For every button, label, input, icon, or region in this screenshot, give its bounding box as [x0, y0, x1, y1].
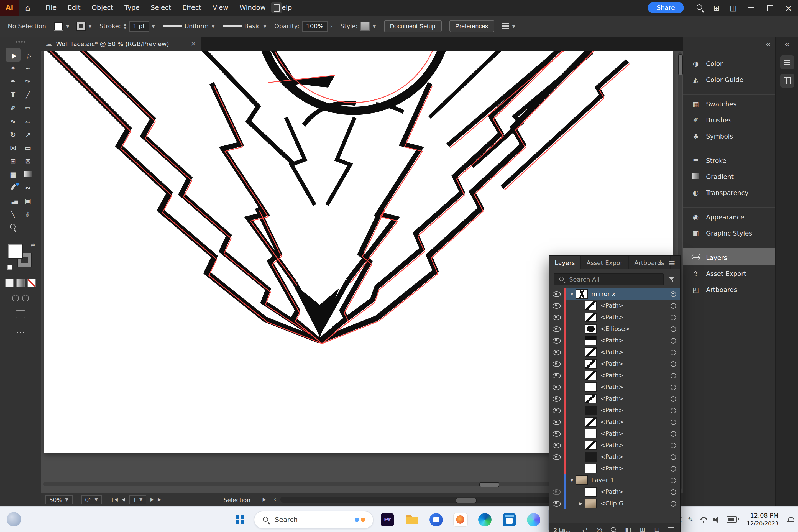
screen-mode-button[interactable]	[16, 310, 25, 318]
layer-row[interactable]: <Clip G...	[549, 498, 680, 509]
layer-name[interactable]: <Path>	[600, 442, 667, 449]
layer-name[interactable]: <Path>	[600, 314, 667, 321]
maximize-button[interactable]	[760, 0, 779, 16]
panel-menu-icon[interactable]: ≡	[668, 258, 676, 268]
last-artboard-icon[interactable]: ▶❘	[158, 497, 165, 502]
tab-layers[interactable]: Layers	[549, 256, 581, 269]
pencil-tool[interactable]	[20, 101, 36, 115]
taskbar-search-input[interactable]: Search	[254, 511, 374, 528]
layer-target-icon[interactable]	[667, 466, 680, 471]
layer-target-icon[interactable]	[667, 396, 680, 401]
collect-for-export-icon[interactable]	[581, 526, 589, 532]
layer-row[interactable]: <Path>	[549, 463, 680, 474]
menu-object[interactable]: Object	[86, 0, 119, 16]
fill-swatch-dropdown[interactable]: ▼	[54, 21, 69, 31]
layer-row[interactable]: <Path>	[549, 358, 680, 369]
document-scrollbar-thumb[interactable]	[456, 497, 477, 503]
rotation-dropdown[interactable]: 0°▼	[81, 495, 102, 504]
tab-asset-export[interactable]: Asset Expor	[581, 256, 629, 269]
microsoft-store-icon[interactable]	[499, 509, 520, 531]
next-artboard-icon[interactable]: ▶	[150, 497, 154, 502]
dock-color[interactable]: Color	[683, 55, 775, 72]
new-layer-icon[interactable]	[653, 526, 661, 532]
opacity-options-chevron[interactable]: ›	[330, 22, 332, 30]
dock-swatches[interactable]: Swatches	[683, 94, 775, 112]
battery-icon[interactable]	[727, 516, 737, 522]
perspective-grid-tool[interactable]	[20, 155, 36, 168]
draw-normal-icon[interactable]	[12, 295, 19, 302]
layer-name[interactable]: <Path>	[600, 383, 667, 391]
curvature-tool[interactable]	[20, 75, 36, 88]
search-icon[interactable]	[691, 0, 708, 16]
visibility-toggle[interactable]	[549, 416, 564, 428]
lasso-tool[interactable]	[20, 61, 36, 75]
visibility-toggle[interactable]	[549, 358, 564, 369]
brush-definition-dropdown[interactable]: Basic ▼	[223, 22, 267, 30]
opacity-field[interactable]: 100%	[302, 21, 327, 31]
document-tab[interactable]: ☁ Wolf face.aic* @ 50 % (RGB/Preview) ×	[41, 37, 201, 51]
notification-bell-icon[interactable]	[787, 516, 794, 523]
visibility-toggle[interactable]	[549, 369, 564, 381]
layer-row[interactable]: <Path>	[549, 393, 680, 404]
layer-row[interactable]: <Path>	[549, 486, 680, 498]
layer-name[interactable]: <Path>	[600, 348, 667, 356]
layer-row[interactable]: <Path>	[549, 428, 680, 439]
previous-artboard-icon[interactable]: ◀	[122, 497, 125, 502]
libraries-panel-icon[interactable]	[780, 74, 794, 88]
scale-tool[interactable]	[20, 128, 36, 141]
layer-row[interactable]: <Path>	[549, 311, 680, 323]
layer-name[interactable]: <Path>	[600, 302, 667, 309]
blend-tool[interactable]	[20, 181, 36, 194]
fill-stroke-control[interactable]: ⇄	[7, 243, 34, 269]
filter-icon[interactable]	[668, 276, 676, 282]
locate-object-icon[interactable]	[595, 526, 604, 532]
make-clip-mask-icon[interactable]	[624, 526, 632, 532]
properties-panel-icon[interactable]	[780, 55, 794, 69]
tab-close-icon[interactable]: ×	[191, 40, 196, 48]
premiere-app-icon[interactable]	[377, 509, 398, 531]
variable-width-dropdown[interactable]: Uniform ▼	[163, 22, 215, 30]
pen-tool[interactable]	[5, 75, 20, 88]
visibility-toggle[interactable]	[549, 381, 564, 393]
none-mode-button[interactable]	[27, 279, 36, 287]
mesh-tool[interactable]	[5, 168, 20, 181]
dock-stroke[interactable]: Stroke	[683, 151, 775, 169]
collapse-dock-icon[interactable]: «	[765, 39, 771, 49]
teams-chat-icon[interactable]	[425, 509, 446, 531]
layer-target-icon[interactable]	[667, 419, 680, 425]
edit-toolbar-ellipsis[interactable]: ⋯	[0, 327, 41, 338]
visibility-toggle[interactable]	[549, 451, 564, 463]
magic-wand-tool[interactable]	[5, 61, 20, 75]
shaper-tool[interactable]	[5, 115, 20, 128]
type-tool[interactable]	[5, 88, 20, 101]
artboard-number-field[interactable]: 1▼	[129, 495, 147, 504]
home-icon[interactable]: ⌂	[19, 0, 37, 16]
snap-options-dropdown[interactable]: ▼	[502, 23, 515, 29]
dock-layers[interactable]: Layers	[683, 248, 775, 265]
draw-behind-icon[interactable]	[22, 295, 29, 302]
layer-target-icon[interactable]	[667, 361, 680, 366]
vertical-scrollbar-thumb[interactable]	[678, 54, 683, 75]
swap-fill-stroke-icon[interactable]: ⇄	[31, 242, 35, 248]
volume-icon[interactable]	[714, 516, 721, 523]
fill-indicator[interactable]	[8, 244, 22, 258]
disclosure-icon[interactable]	[577, 501, 585, 506]
color-mode-button[interactable]	[5, 279, 14, 287]
panel-overflow-icon[interactable]: »	[658, 258, 663, 268]
toolbar-grip[interactable]	[16, 41, 25, 43]
dock-symbols[interactable]: Symbols	[683, 128, 775, 144]
gradient-tool[interactable]	[20, 168, 36, 181]
slice-tool[interactable]	[5, 208, 20, 221]
layer-name[interactable]: <Path>	[600, 372, 667, 379]
layer-target-icon[interactable]	[667, 303, 680, 308]
zoom-tool[interactable]	[5, 221, 20, 234]
layer-name[interactable]: <Clip G...	[600, 500, 667, 507]
photos-app-icon[interactable]	[450, 509, 471, 531]
style-dropdown[interactable]: ▼	[373, 23, 376, 28]
free-transform-tool[interactable]	[20, 141, 36, 155]
layer-target-icon[interactable]	[667, 454, 680, 460]
visibility-toggle[interactable]	[549, 393, 564, 404]
layer-target-icon[interactable]	[667, 442, 680, 448]
pen-input-icon[interactable]: ✎	[688, 516, 694, 524]
layer-target-icon[interactable]	[667, 431, 680, 436]
